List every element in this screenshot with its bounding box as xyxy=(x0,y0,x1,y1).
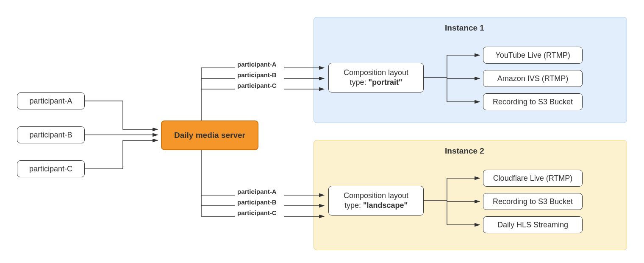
instance1-output-2: Amazon IVS (RTMP) xyxy=(483,70,583,87)
composition-2: Composition layout type: "landscape" xyxy=(328,186,424,215)
server-label: Daily media server xyxy=(174,131,245,140)
output-label: Recording to S3 Bucket xyxy=(493,197,573,206)
comp2-line2-bold: "landscape" xyxy=(363,201,408,210)
node-label: participant-A xyxy=(29,97,72,106)
edge-label-i2-c: participant-C xyxy=(237,209,277,216)
participant-source-c: participant-C xyxy=(17,160,85,177)
instance-2-title: Instance 2 xyxy=(445,146,484,156)
edge-label-i1-c: participant-C xyxy=(237,82,277,89)
instance2-output-2: Recording to S3 Bucket xyxy=(483,193,583,210)
media-server: Daily media server xyxy=(161,120,258,150)
node-label: participant-B xyxy=(29,131,72,140)
edge-label-i2-a: participant-A xyxy=(237,188,277,195)
participant-source-a: participant-A xyxy=(17,92,85,109)
comp1-line2-prefix: type: xyxy=(350,78,368,87)
instance1-output-3: Recording to S3 Bucket xyxy=(483,93,583,110)
instance1-output-1: YouTube Live (RTMP) xyxy=(483,47,583,64)
composition-1: Composition layout type: "portrait" xyxy=(328,63,424,92)
comp1-line2-bold: "portrait" xyxy=(368,78,402,87)
participant-source-b: participant-B xyxy=(17,126,85,143)
output-label: Daily HLS Streaming xyxy=(497,221,568,229)
output-label: Recording to S3 Bucket xyxy=(493,98,573,106)
node-label: participant-C xyxy=(29,165,72,173)
instance2-output-3: Daily HLS Streaming xyxy=(483,216,583,233)
instance-1-title: Instance 1 xyxy=(445,23,484,33)
output-label: Cloudflare Live (RTMP) xyxy=(493,174,573,183)
edge-label-i1-b: participant-B xyxy=(237,71,277,78)
comp2-line1: Composition layout xyxy=(344,191,408,200)
output-label: Amazon IVS (RTMP) xyxy=(497,74,569,83)
edge-label-i1-a: participant-A xyxy=(237,61,277,68)
comp2-line2-prefix: type: xyxy=(344,201,363,210)
output-label: YouTube Live (RTMP) xyxy=(495,51,570,60)
composition-2-text: Composition layout type: "landscape" xyxy=(344,191,408,211)
comp1-line1: Composition layout xyxy=(344,68,408,77)
instance2-output-1: Cloudflare Live (RTMP) xyxy=(483,170,583,187)
composition-1-text: Composition layout type: "portrait" xyxy=(344,68,408,88)
edge-label-i2-b: participant-B xyxy=(237,199,277,206)
